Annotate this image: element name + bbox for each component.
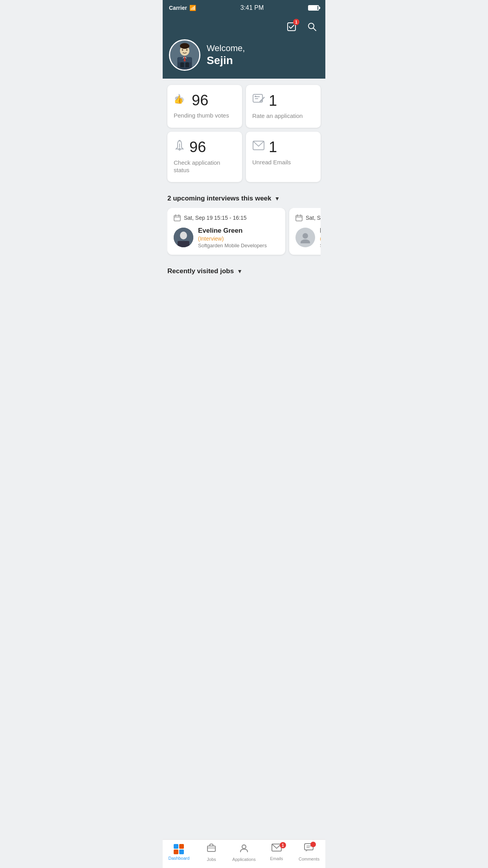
stat-card-status[interactable]: 96 Check application status	[167, 132, 242, 182]
interview-date-0: Sat, Sep 19 15:15 - 16:15	[174, 214, 279, 221]
wifi-icon: 📶	[189, 5, 196, 11]
recently-chevron: ▼	[237, 268, 242, 274]
rate-icon	[252, 93, 265, 108]
person-name-0: Eveline Green	[198, 227, 267, 235]
header-actions: 1	[169, 20, 319, 34]
calendar-icon-0	[174, 214, 181, 221]
stat-label-thumbvotes: Pending thumb votes	[174, 112, 236, 120]
interview-card-0[interactable]: Sat, Sep 19 15:15 - 16:15 Eveline Green …	[167, 208, 285, 255]
welcome-text: Welcome, Sejin	[207, 43, 245, 67]
tasks-button[interactable]: 1	[284, 20, 299, 34]
header: 1	[163, 16, 325, 79]
upcoming-header[interactable]: 2 upcoming interviews this week ▼	[167, 195, 321, 202]
user-avatar[interactable]	[169, 39, 200, 71]
battery-icon	[308, 5, 319, 11]
bell-icon	[174, 140, 185, 155]
status-right-icons	[308, 5, 319, 11]
interview-datetime-0: Sat, Sep 19 15:15 - 16:15	[184, 215, 247, 221]
upcoming-section: 2 upcoming interviews this week ▼ Sat, S…	[163, 188, 325, 261]
profile-section: Welcome, Sejin	[169, 39, 319, 71]
carrier-text: Carrier	[169, 5, 187, 11]
person-info-1: Edd W (Intervi... Softgar...	[320, 227, 321, 248]
email-icon	[252, 140, 265, 153]
svg-point-25	[179, 147, 180, 149]
svg-point-11	[182, 49, 183, 51]
tasks-badge: 1	[293, 19, 299, 25]
interview-person-1: Edd W (Intervi... Softgar...	[295, 227, 321, 248]
interview-card-1[interactable]: Sat, Sep 19 Edd W (Intervi... Softgar...	[289, 208, 321, 255]
stat-top-thumbvotes: 👍 96	[174, 93, 236, 108]
recently-title: Recently visited jobs	[167, 267, 234, 275]
person-avatar-1	[295, 228, 315, 247]
stat-number-thumbvotes: 96	[192, 93, 208, 108]
carrier-wifi: Carrier 📶	[169, 5, 196, 11]
stat-top-status: 96	[174, 140, 236, 155]
stats-grid: 👍 96 Pending thumb votes 1	[163, 79, 325, 188]
svg-rect-16	[179, 67, 184, 70]
stat-card-rate[interactable]: 1 Rate an application	[246, 85, 321, 128]
person-name-1: Edd W	[320, 227, 321, 235]
stat-label-status: Check application status	[174, 159, 236, 174]
person-avatar-0	[174, 228, 193, 247]
interview-datetime-1: Sat, Sep 19	[306, 215, 321, 221]
person-company-0: Softgarden Mobile Developers	[198, 243, 267, 248]
user-name: Sejin	[207, 54, 245, 67]
svg-point-23	[179, 140, 180, 142]
person-type-0: (Interview)	[198, 235, 267, 242]
svg-rect-17	[185, 67, 190, 70]
search-button[interactable]	[305, 20, 319, 34]
status-bar: Carrier 📶 3:41 PM	[163, 0, 325, 16]
svg-rect-34	[296, 215, 302, 221]
stat-number-rate: 1	[269, 93, 277, 108]
interview-person-0: Eveline Green (Interview) Softgarden Mob…	[174, 227, 279, 248]
interview-date-1: Sat, Sep 19	[295, 214, 321, 221]
search-icon	[307, 22, 317, 32]
svg-rect-27	[174, 215, 180, 221]
stat-number-status: 96	[189, 140, 206, 154]
stat-top-rate: 1	[252, 93, 314, 108]
person-type-1: (Intervi...	[320, 235, 321, 242]
status-time: 3:41 PM	[240, 4, 264, 11]
stat-card-emails[interactable]: 1 Unread Emails	[246, 132, 321, 182]
interview-list: Sat, Sep 19 15:15 - 16:15 Eveline Green …	[167, 208, 321, 258]
stat-number-emails: 1	[269, 140, 277, 154]
avatar-image	[170, 40, 199, 70]
stat-top-emails: 1	[252, 140, 314, 154]
greeting-label: Welcome,	[207, 43, 245, 53]
svg-point-12	[186, 49, 188, 51]
recently-section: Recently visited jobs ▼	[163, 261, 325, 284]
calendar-icon-1	[295, 214, 303, 221]
svg-point-38	[303, 233, 308, 239]
svg-point-39	[301, 239, 310, 243]
svg-point-13	[180, 43, 189, 49]
svg-rect-8	[184, 57, 185, 59]
person-info-0: Eveline Green (Interview) Softgarden Mob…	[198, 227, 267, 248]
svg-line-2	[313, 28, 316, 31]
stat-card-thumbvotes[interactable]: 👍 96 Pending thumb votes	[167, 85, 242, 128]
svg-rect-33	[178, 241, 189, 247]
person-company-1: Softgar...	[320, 243, 321, 248]
upcoming-title: 2 upcoming interviews this week	[167, 195, 272, 202]
recently-header[interactable]: Recently visited jobs ▼	[167, 267, 321, 275]
svg-text:👍: 👍	[174, 95, 183, 104]
upcoming-chevron: ▼	[275, 195, 280, 202]
thumbs-icon: 👍	[174, 94, 188, 107]
stat-label-emails: Unread Emails	[252, 158, 314, 166]
svg-point-32	[180, 232, 187, 239]
stat-label-rate: Rate an application	[252, 112, 314, 120]
